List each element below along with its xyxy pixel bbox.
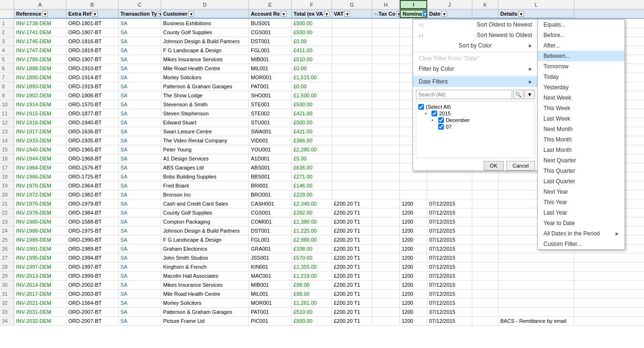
filter-search-dropdown-btn[interactable]: ▼ [524,90,535,99]
date-filters-submenu[interactable]: Equals... Before... After... Between... … [537,19,625,250]
date-filter-this-week[interactable]: This Week [538,103,625,113]
date-filter-next-year[interactable]: Next Year [538,187,625,197]
col-customer-header[interactable]: Customer ▼ [161,9,249,18]
transtype-cell: SA [119,217,161,226]
nominal-filter-btn[interactable]: ▼ [423,11,427,17]
date-filter-this-month[interactable]: This Month [538,134,625,145]
reference-cell: INV-1976-DEM [14,199,66,208]
extraref-cell: ORD-1997-BT [66,263,119,271]
reference-cell: INV-1917-DEM [14,127,66,136]
clear-filter[interactable]: Clear Filter From "Date" [413,53,538,64]
date-filter-year-to-date[interactable]: Year to Date [538,218,625,228]
date-filter-last-year[interactable]: Last Year [538,207,625,218]
table-row: 34INV-2032-DEMORD-2007-BTSAPicture Frame… [0,317,644,326]
filter-item-selectall[interactable]: (Select All) [418,103,533,110]
date-filter-this-quarter[interactable]: This Quarter [538,166,625,176]
col-extraref-header[interactable]: Extra Ref ▼ [66,9,119,18]
sort-newest-oldest[interactable]: ↓↑ Sort Newest to Oldest [413,30,538,40]
col-nominal-header[interactable]: Nomina▼ [400,9,427,18]
filter-by-color[interactable]: Filter by Color [413,64,538,74]
k-cell [472,245,498,253]
filter-expand-2015[interactable]: ▪ [425,111,430,116]
taxcode-cell [372,154,400,163]
col-reference-header[interactable]: Reference ▼ [14,9,66,18]
date-filter-this-year[interactable]: This Year [538,197,625,207]
date-filter-between[interactable]: Between... [538,51,625,61]
date-filters-menu-item[interactable]: Date Filters [413,76,538,87]
k-cell [472,190,498,199]
extraref-filter-btn[interactable]: ▼ [92,11,98,17]
filter-expand-december[interactable]: ▪ [432,118,436,122]
accountref-cell: STE002 [249,109,292,118]
col-details-header[interactable]: Details ▼ [498,9,574,18]
filter-panel-container: 🔍 ▼ (Select All) ▪ 2015 [413,87,538,170]
date-filter-after[interactable]: After... [538,40,625,51]
extraref-cell: ORD-2007-BT [66,317,119,325]
sort-newest-label: Sort Newest to Oldest [477,32,532,38]
col-accountref-header[interactable]: Account Re▼ [249,9,292,18]
transtype-cell: SA [119,272,161,280]
customer-cell: The Video Rental Company [161,136,249,145]
date-filter-all-dates[interactable]: All Dates in the Period [538,228,625,239]
filter-item-december[interactable]: ▪ December [432,117,533,123]
sort-by-color[interactable]: Sort by Color [413,40,538,51]
accountref-filter-btn[interactable]: ▼ [281,11,286,17]
reference-cell: INV-1915-DEM [14,109,66,118]
nominal-cell: 1200 [400,299,427,307]
vat-cell: £200.20 T1 [332,217,372,226]
transtype-filter-btn[interactable]: ▼ [158,11,161,17]
details-filter-btn[interactable]: ▼ [518,11,524,17]
date-filter-next-quarter[interactable]: Next Quarter [538,155,625,166]
filter-search-btn[interactable]: 🔍 [513,90,524,99]
date-filter-btn[interactable]: ▼ [442,11,447,17]
extraref-cell: ORD-1636-BT [66,127,119,136]
col-taxcode-header[interactable]: ↑↓Tax Co▼ [372,9,400,18]
nominal-cell: 1200 [400,272,427,280]
filter-checkbox-selectall[interactable] [418,104,424,110]
extraref-cell: ORD-1877-BT [66,109,119,118]
sort-oldest-newest[interactable]: ↑↓ Sort Oldest to Newest [413,19,538,30]
transtype-cell: SA [119,145,161,154]
date-filter-last-quarter[interactable]: Last Quarter [538,176,625,187]
filter-cancel-button[interactable]: Cancel [506,161,535,170]
accountref-cell: COM001 [249,217,292,226]
col-vat-header[interactable]: VAT ▼ [332,9,372,18]
totalexvat-filter-btn[interactable]: ▼ [324,11,330,17]
vat-cell [332,127,372,136]
date-filter-tomorrow[interactable]: Tomorrow [538,61,625,72]
date-filter-yesterday[interactable]: Yesterday [538,82,625,93]
reference-filter-btn[interactable]: ▼ [42,11,48,17]
transtype-cell: SA [119,172,161,181]
filter-checkbox-2015[interactable] [432,111,437,116]
vat-cell [332,145,372,154]
col-transtype-header[interactable]: Transaction Ty▼ [119,9,161,18]
row-num-12: 12 [0,118,14,127]
taxcode-cell [372,317,400,325]
customer-cell: Patterson & Graham Garages [161,308,249,316]
col-totalexvat-header[interactable]: Total (ex VA▼ [292,9,332,18]
filter-search-input[interactable] [416,90,512,99]
nominal-cell: 1200 [400,254,427,262]
date-filter-last-week[interactable]: Last Week [538,113,625,124]
filter-checkbox-07[interactable] [438,124,444,130]
taxcode-cell [372,172,400,181]
filter-item-07[interactable]: 07 [438,123,533,130]
sort-dropdown[interactable]: ↑↓ Sort Oldest to Newest ↓↑ Sort Newest … [413,19,538,171]
date-filter-equals[interactable]: Equals... [538,19,625,30]
totalexvat-cell: £1,515.00 [292,73,332,82]
transtype-cell: SA [119,37,161,46]
date-filter-next-month[interactable]: Next Month [538,124,625,134]
taxcode-filter-btn[interactable]: ▼ [396,11,400,17]
date-filter-custom[interactable]: Custom Filter... [538,239,625,249]
vat-filter-btn[interactable]: ▼ [344,11,350,17]
date-filter-last-month[interactable]: Last Month [538,145,625,155]
customer-filter-btn[interactable]: ▼ [188,11,194,17]
filter-item-2015[interactable]: ▪ 2015 [425,110,533,117]
filter-checkbox-december[interactable] [438,117,444,123]
date-filter-before[interactable]: Before... [538,30,625,40]
col-date-header[interactable]: Date ▼ [427,9,472,18]
date-filter-next-week[interactable]: Next Week [538,93,625,103]
filter-ok-button[interactable]: OK [484,161,504,170]
table-row: 27INV-1995-DEMORD-1994-BTSAJohn Smith St… [0,254,644,263]
date-filter-today[interactable]: Today [538,72,625,82]
